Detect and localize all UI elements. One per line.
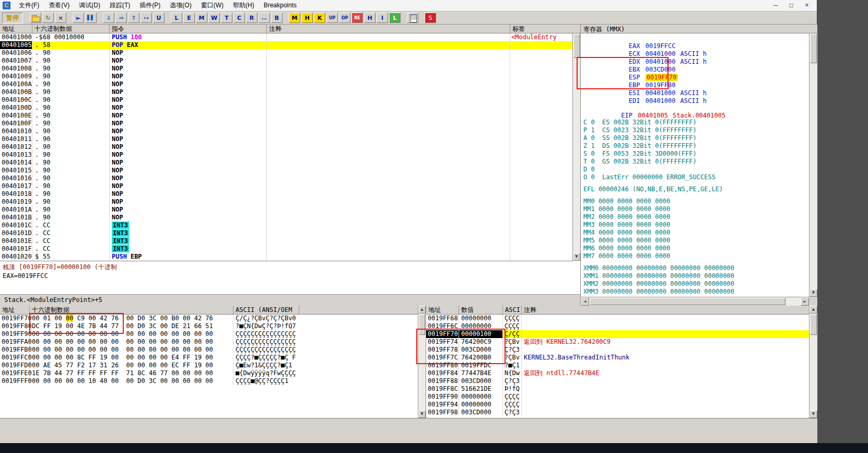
- minimize-button[interactable]: ─: [768, 0, 783, 11]
- breakpoints-window-button[interactable]: B: [271, 13, 283, 23]
- run-to-cursor-button[interactable]: ↦: [140, 13, 152, 23]
- mm-row[interactable]: MM4 0000 0000 0000 0000: [583, 229, 809, 237]
- dump-row[interactable]: 0019FFF0 00 00 00 00 00 10 40 00 00 D0 3…: [0, 377, 418, 385]
- disasm-row[interactable]: 0040100F . 90 NOP: [0, 120, 573, 127]
- disasm-row[interactable]: 00401013 . 90 NOP: [0, 151, 573, 159]
- menu-item[interactable]: 查看(V): [44, 0, 74, 11]
- stack-row[interactable]: 0019FF78 003CD000 Ç?Ç3: [426, 346, 817, 354]
- scroll-up-button[interactable]: ▲: [418, 306, 426, 313]
- xmm-row[interactable]: XMM3 00000000 00000000 00000000 00000000: [583, 288, 809, 296]
- menu-item[interactable]: 跟踪(T): [105, 0, 135, 11]
- dump-row[interactable]: 0019FFB0 00 00 00 00 00 00 00 00 00 00 0…: [0, 346, 418, 354]
- plugin-k-button[interactable]: K: [314, 13, 325, 23]
- dump-row[interactable]: 0019FFC0 00 00 00 00 8C FF 19 00 00 00 0…: [0, 354, 418, 362]
- xmm-row[interactable]: XMM1 00000000 00000000 00000000 00000000: [583, 272, 809, 280]
- disasm-row[interactable]: 00401008 . 90 NOP: [0, 65, 573, 73]
- scrollbar-thumb[interactable]: [590, 298, 785, 305]
- plugin-i-button[interactable]: I: [377, 13, 388, 23]
- dump-row[interactable]: 0019FF70 00 01 00 00 C9 00 42 76 00 D0 3…: [0, 315, 418, 322]
- disasm-row[interactable]: 00401020 $ 55 PUSHEBP: [0, 253, 573, 261]
- scrollbar-thumb[interactable]: [810, 314, 817, 335]
- plugin-up-button[interactable]: UP: [326, 13, 338, 23]
- stack-row[interactable]: 0019FF90 00000000 ÇÇÇÇ: [426, 393, 817, 401]
- disasm-row[interactable]: 00401015 . 90 NOP: [0, 167, 573, 175]
- disasm-row[interactable]: 00401018 . 90 NOP: [0, 190, 573, 198]
- disasm-row[interactable]: 00401007 . 90 NOP: [0, 57, 573, 65]
- more-windows-button[interactable]: ...: [259, 13, 270, 23]
- stack-row[interactable]: 0019FF80 0019FFDC ?■Ç1: [426, 362, 817, 369]
- scrollbar-thumb[interactable]: [810, 34, 817, 63]
- step-over-button[interactable]: ⇒: [115, 13, 127, 23]
- disasm-row[interactable]: 00401005 . 58 POPEAX: [0, 41, 573, 49]
- flag-row[interactable]: T 0 GS 002B 32Bit 0(FFFFFFFF): [583, 158, 809, 166]
- dump-row[interactable]: 0019FFD0 00 AE 45 77 F2 17 31 26 00 00 0…: [0, 362, 418, 369]
- disasm-row[interactable]: 0040101E . CC INT3: [0, 237, 573, 245]
- plugin-m-button[interactable]: M: [289, 13, 300, 23]
- xmm-row[interactable]: XMM2 00000000 00000000 00000000 00000000: [583, 280, 809, 288]
- flag-row[interactable]: D 0: [583, 166, 809, 173]
- disasm-row[interactable]: 00401019 . 90 NOP: [0, 198, 573, 206]
- script-button[interactable]: S: [425, 13, 436, 23]
- registers-hscrollbar[interactable]: ◄ ►: [581, 297, 809, 306]
- log-window-button[interactable]: L: [171, 13, 182, 23]
- memory-window-button[interactable]: M: [196, 13, 207, 23]
- menu-item[interactable]: 调试(D): [74, 0, 105, 11]
- scroll-down-button[interactable]: ▼: [418, 410, 426, 418]
- threads-window-button[interactable]: T: [221, 13, 232, 23]
- stack-row[interactable]: 0019FF8C 516621DE Þ!fQ: [426, 385, 817, 393]
- stack-vscrollbar[interactable]: ▲ ▼: [809, 306, 817, 418]
- mm-row[interactable]: MM5 0000 0000 0000 0000: [583, 237, 809, 245]
- mm-row[interactable]: MM6 0000 0000 0000 0000: [583, 245, 809, 252]
- registers-vscrollbar[interactable]: ▼: [809, 33, 817, 297]
- stack-row[interactable]: 0019FF74 764200C9 ?ÇBv 返回到 KERNEL32.7642…: [426, 338, 817, 346]
- open-file-button[interactable]: [30, 13, 41, 23]
- register-row[interactable]: EAX0019FFCC: [583, 34, 809, 42]
- executables-window-button[interactable]: E: [183, 13, 195, 23]
- menu-item[interactable]: 帮助(H): [228, 0, 259, 11]
- dump-row[interactable]: 0019FF90 00 00 00 00 00 00 00 00 00 00 0…: [0, 330, 418, 338]
- disasm-row[interactable]: 00401000 -$ 68 00010000 PUSH100 <ModuleE…: [0, 33, 573, 41]
- mm-row[interactable]: MM3 0000 0000 0000 0000: [583, 221, 809, 229]
- disassembly-scrollbar[interactable]: ▼: [572, 33, 580, 261]
- flag-row[interactable]: Z 1 DS 002B 32Bit 0(FFFFFFFF): [583, 142, 809, 150]
- disasm-row[interactable]: 0040100A . 90 NOP: [0, 80, 573, 88]
- stack-row[interactable]: 0019FF94 00000000 ÇÇÇÇ: [426, 401, 817, 409]
- scroll-left-button[interactable]: ◄: [581, 297, 589, 306]
- menu-item[interactable]: 窗口(W): [196, 0, 228, 11]
- disasm-row[interactable]: 00401016 . 90 NOP: [0, 175, 573, 182]
- plugin-re-button[interactable]: RE: [351, 13, 363, 23]
- mm-row[interactable]: MM7 0000 0000 0000 0000: [583, 252, 809, 260]
- disasm-row[interactable]: 0040101C . CC INT3: [0, 222, 573, 229]
- plugin-h-button[interactable]: H: [301, 13, 313, 23]
- notepad-button[interactable]: [407, 13, 418, 23]
- xmm-row[interactable]: XMM0 00000000 00000000 00000000 00000000: [583, 264, 809, 272]
- disasm-row[interactable]: 0040101F . CC INT3: [0, 245, 573, 253]
- disasm-row[interactable]: 0040101B . 90 NOP: [0, 214, 573, 222]
- restart-button[interactable]: ↻: [42, 13, 54, 23]
- mm-row[interactable]: MM2 0000 0000 0000 0000: [583, 213, 809, 221]
- run-button[interactable]: ►: [73, 13, 84, 23]
- scroll-up-button[interactable]: ▲: [810, 306, 817, 313]
- menu-item[interactable]: 文件(F): [14, 0, 44, 11]
- disasm-row[interactable]: 00401006 . 90 NOP: [0, 49, 573, 57]
- scroll-down-button[interactable]: ▼: [810, 410, 817, 418]
- stack-row[interactable]: 0019FF70 00000100 Ç/ÇÇ: [426, 330, 817, 338]
- flag-row[interactable]: S 0 FS 0053 32Bit 3D0000(FFF): [583, 150, 809, 158]
- plugin-h2-button[interactable]: H: [364, 13, 376, 23]
- flag-row[interactable]: A 0 SS 002B 32Bit 0(FFFFFFFF): [583, 134, 809, 142]
- disasm-row[interactable]: 00401011 . 90 NOP: [0, 135, 573, 143]
- menu-item[interactable]: 插件(P): [135, 0, 165, 11]
- flag-row[interactable]: P 1 CS 0023 32Bit 0(FFFFFFFF): [583, 126, 809, 134]
- scroll-down-button[interactable]: ▼: [810, 289, 817, 297]
- dump-row[interactable]: 0019FFA0 00 00 00 00 00 00 00 00 00 00 0…: [0, 338, 418, 346]
- animate-button[interactable]: U: [153, 13, 165, 23]
- disasm-row[interactable]: 00401017 . 90 NOP: [0, 182, 573, 190]
- disasm-row[interactable]: 0040100C . 90 NOP: [0, 96, 573, 104]
- pause-button[interactable]: ▌▌: [85, 13, 97, 23]
- plugin-op-button[interactable]: OP: [339, 13, 350, 23]
- dump-row[interactable]: 0019FFE0 1E 7B 44 77 FF FF FF FF 71 8C 4…: [0, 369, 418, 377]
- close-program-button[interactable]: ×: [55, 13, 66, 23]
- cpu-window-button[interactable]: C: [233, 13, 245, 23]
- scroll-right-button[interactable]: ►: [801, 297, 809, 306]
- stack-row[interactable]: 0019FF98 003CD000 Ç?Ç3: [426, 409, 817, 416]
